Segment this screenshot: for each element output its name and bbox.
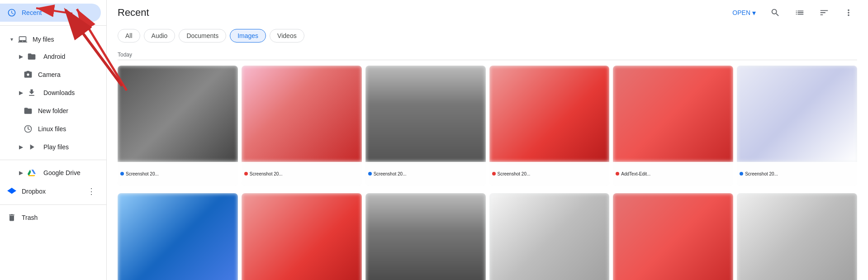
tile-2-dot bbox=[244, 172, 248, 176]
search-icon bbox=[770, 8, 780, 18]
filter-images[interactable]: Images bbox=[230, 29, 266, 43]
divider-1 bbox=[0, 25, 106, 26]
divider-3 bbox=[0, 204, 106, 205]
expand-downloads-icon: ▶ bbox=[16, 88, 25, 97]
main-content: Recent OPEN ▾ bbox=[107, 0, 868, 280]
list-view-button[interactable] bbox=[791, 4, 808, 21]
tile-3-dot bbox=[368, 172, 372, 176]
sidebar-item-new-folder-label: New folder bbox=[38, 107, 68, 114]
filter-bar: All Audio Documents Images Videos bbox=[107, 25, 868, 48]
list-view-icon bbox=[795, 8, 805, 18]
today-label: Today bbox=[118, 48, 857, 60]
new-folder-icon bbox=[24, 106, 33, 115]
tile-3-label: Screenshot 20... bbox=[365, 162, 486, 186]
expand-android-icon: ▶ bbox=[16, 52, 25, 61]
sidebar-item-downloads[interactable]: ▶ Downloads bbox=[0, 84, 101, 102]
expand-play-icon: ▶ bbox=[16, 142, 25, 152]
sidebar-item-camera-label: Camera bbox=[38, 71, 61, 78]
sidebar-item-camera[interactable]: Camera bbox=[0, 66, 101, 84]
image-tile-10[interactable]: Crailey-Edit... bbox=[489, 193, 610, 280]
expand-myfiles-icon: ▾ bbox=[7, 35, 16, 44]
tile-2-label: Screenshot 20... bbox=[242, 162, 362, 186]
sidebar-item-linux-label: Linux files bbox=[38, 125, 66, 133]
more-options-button[interactable] bbox=[840, 4, 857, 21]
expand-gdrive-icon: ▶ bbox=[16, 168, 25, 177]
sidebar-item-play[interactable]: ▶ Play files bbox=[0, 138, 101, 156]
sidebar-item-dropbox[interactable]: Dropbox ⋮ bbox=[0, 182, 101, 201]
dropbox-more-icon[interactable]: ⋮ bbox=[85, 185, 97, 198]
sidebar-item-trash-label: Trash bbox=[22, 214, 38, 221]
filter-all[interactable]: All bbox=[118, 29, 140, 43]
open-button-label: OPEN bbox=[732, 9, 750, 16]
more-vert-icon bbox=[844, 8, 854, 18]
image-tile-7[interactable]: Screenshot 20... bbox=[118, 193, 238, 280]
image-tile-3[interactable]: Screenshot 20... bbox=[365, 66, 486, 186]
sidebar-item-dropbox-label: Dropbox bbox=[22, 188, 46, 195]
sidebar-item-android-label: Android bbox=[43, 53, 65, 60]
image-grid-row2: Screenshot 20... Screenshot 20... Screen… bbox=[118, 193, 857, 280]
page-title: Recent bbox=[118, 7, 149, 19]
tile-4-label: Screenshot 20... bbox=[489, 162, 610, 186]
download-icon bbox=[27, 88, 36, 97]
folder-android-icon bbox=[27, 52, 36, 61]
sidebar-item-new-folder[interactable]: New folder bbox=[0, 102, 101, 120]
image-tile-8[interactable]: Screenshot 20... bbox=[242, 193, 362, 280]
sidebar: Recent ▾ My files ▶ Android Camera bbox=[0, 0, 107, 280]
image-tile-4[interactable]: Screenshot 20... bbox=[489, 66, 610, 186]
gdrive-icon bbox=[27, 168, 36, 177]
play-icon bbox=[27, 142, 36, 152]
filter-documents[interactable]: Documents bbox=[179, 29, 226, 43]
sidebar-item-recent[interactable]: Recent bbox=[0, 4, 101, 22]
image-tile-2[interactable]: Screenshot 20... bbox=[242, 66, 362, 186]
tile-4-dot bbox=[492, 172, 496, 176]
camera-icon bbox=[24, 70, 33, 79]
trash-icon bbox=[7, 213, 16, 222]
image-tile-9[interactable]: Screenshot 20... bbox=[365, 193, 486, 280]
sidebar-item-gdrive-label: Google Drive bbox=[43, 169, 81, 176]
image-tile-11[interactable]: AddText-Edit... bbox=[613, 193, 733, 280]
sort-button[interactable] bbox=[816, 4, 833, 21]
open-button-arrow: ▾ bbox=[752, 9, 756, 17]
tile-6-label: Screenshot 20... bbox=[737, 162, 857, 186]
sidebar-section-myfiles[interactable]: ▾ My files bbox=[0, 29, 106, 47]
topbar-actions: OPEN ▾ bbox=[729, 4, 857, 21]
filter-videos[interactable]: Videos bbox=[270, 29, 304, 43]
image-tile-1[interactable]: Screenshot 20... bbox=[118, 66, 238, 186]
sidebar-item-gdrive[interactable]: ▶ Google Drive bbox=[0, 164, 101, 182]
image-tile-12[interactable]: Screenshot 20... bbox=[737, 193, 857, 280]
sidebar-item-linux[interactable]: Linux files bbox=[0, 120, 101, 138]
topbar: Recent OPEN ▾ bbox=[107, 0, 868, 25]
tile-1-dot bbox=[120, 172, 124, 176]
sidebar-item-android[interactable]: ▶ Android bbox=[0, 47, 101, 66]
linux-icon bbox=[24, 124, 33, 133]
content-area: Today Screenshot 20... Screenshot 20... bbox=[107, 48, 868, 280]
tile-6-dot bbox=[740, 172, 743, 176]
divider-2 bbox=[0, 160, 106, 160]
open-button[interactable]: OPEN ▾ bbox=[729, 6, 759, 20]
search-button[interactable] bbox=[767, 4, 784, 21]
image-tile-6[interactable]: Screenshot 20... bbox=[737, 66, 857, 186]
sort-icon bbox=[819, 8, 829, 18]
tile-5-label: AddText-Edit... bbox=[613, 162, 733, 186]
content-divider bbox=[118, 60, 857, 60]
sidebar-item-play-label: Play files bbox=[43, 143, 69, 151]
tile-1-label: Screenshot 20... bbox=[118, 162, 238, 186]
filter-audio[interactable]: Audio bbox=[144, 29, 175, 43]
clock-icon bbox=[7, 8, 16, 17]
sidebar-item-trash[interactable]: Trash bbox=[0, 209, 101, 227]
monitor-icon bbox=[18, 35, 27, 44]
dropbox-icon bbox=[7, 187, 16, 196]
image-grid-row1: Screenshot 20... Screenshot 20... Screen… bbox=[118, 66, 857, 186]
sidebar-item-downloads-label: Downloads bbox=[43, 89, 75, 96]
tile-5-dot bbox=[616, 172, 619, 176]
image-tile-5[interactable]: AddText-Edit... bbox=[613, 66, 733, 186]
sidebar-item-recent-label: Recent bbox=[22, 9, 42, 16]
sidebar-section-myfiles-label: My files bbox=[33, 36, 54, 43]
